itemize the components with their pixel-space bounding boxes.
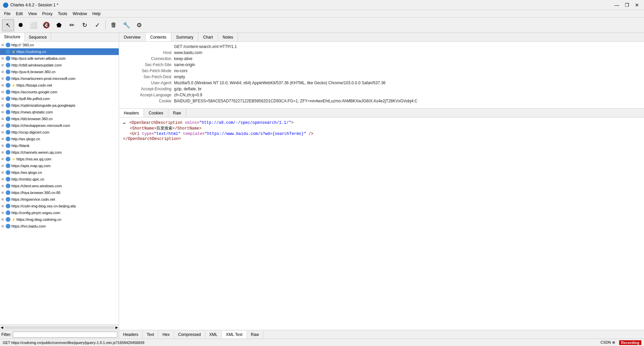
refresh-btn[interactable]: ↻ (78, 19, 91, 31)
subtab-headers[interactable]: Headers (119, 109, 144, 117)
close-button[interactable]: ✕ (633, 1, 641, 9)
list-item[interactable]: ⊞https://channels.weixin.qq.com (0, 149, 119, 156)
scroll-track[interactable] (5, 326, 114, 329)
list-item[interactable]: ⊞⚡https://img-blog.csdnimg.cn (0, 216, 119, 223)
list-item[interactable]: ⊞https://dd.browser.360.cn (0, 115, 119, 122)
status-icon (6, 210, 10, 215)
list-item[interactable]: ⊞https://imgservice.csdn.net (0, 196, 119, 203)
expand-icon: ⊞ (1, 164, 5, 167)
expand-icon: ⊞ (1, 151, 5, 154)
list-item[interactable]: ⊞https://accounts.google.com (0, 89, 119, 95)
list-item[interactable]: ⊞http://ctldl.windowsupdate.com (0, 62, 119, 68)
tab-overview[interactable]: Overview (119, 33, 146, 41)
list-item[interactable]: ⊞https://client.wns.windows.com (0, 183, 119, 189)
menu-item-window[interactable]: Window (70, 11, 90, 17)
tab-chart[interactable]: Chart (198, 33, 218, 41)
url-text: https://csdn-img-blog.oss-cn-beijing.ali… (11, 204, 76, 208)
menu-item-view[interactable]: View (25, 11, 40, 17)
status-icon (6, 96, 10, 101)
list-item[interactable]: ⊞https://hm.baidu.com (0, 223, 119, 230)
list-item[interactable]: ⊞http://pdf-file.pdfxd.com (0, 95, 119, 102)
list-item[interactable]: ⊞https://news.qhstatic.com (0, 109, 119, 115)
list-item[interactable]: ⊞https://csdn-img-blog.oss-cn-beijing.al… (0, 203, 119, 209)
clear-btn[interactable]: ⬜ (28, 19, 40, 31)
throttle-btn[interactable]: 🔇 (40, 19, 52, 31)
status-icon (6, 123, 10, 128)
url-list[interactable]: ⊞http://⁻360.cn⊞⚡https://csdnimg.cn⊞http… (0, 42, 119, 325)
menu-item-tools[interactable]: Tools (55, 11, 70, 17)
list-item[interactable]: ⊞http://puv.tt.browser.360.cn (0, 68, 119, 75)
bottomtab-text[interactable]: Text (143, 331, 158, 338)
list-item[interactable]: ⊞https://optimizationguide-pa.googleapis (0, 102, 119, 109)
bottomtab-xml[interactable]: XML (205, 331, 222, 338)
menu-item-file[interactable]: File (1, 11, 13, 17)
expand-icon: ⊞ (1, 157, 5, 161)
main-area: Structure Sequence ⊞http://⁻360.cn⊞⚡http… (0, 33, 644, 339)
horizontal-scrollbar[interactable]: ◀ ▶ (0, 325, 119, 330)
xml-line-3: <Url type="text/html" template="https://… (123, 132, 640, 136)
tab-structure[interactable]: Structure (0, 33, 25, 42)
list-item[interactable]: ⊞http://pcs-sdk-server.alibaba.com (0, 55, 119, 62)
tab-notes[interactable]: Notes (218, 33, 238, 41)
xml-area: ▬ <OpenSearchDescription xmlns="http://a… (119, 117, 644, 330)
list-item[interactable]: ⊞⚡https://res.wx.qq.com (0, 156, 119, 162)
menu-item-edit[interactable]: Edit (13, 11, 25, 17)
scroll-left-btn[interactable]: ◀ (1, 326, 3, 329)
trash-btn[interactable]: 🗑 (108, 19, 120, 31)
url-text: http://pdf-file.pdfxd.com (11, 97, 50, 101)
lightning-icon: ⚡ (11, 157, 15, 161)
check-btn[interactable]: ✓ (91, 19, 103, 31)
url-text: https://channels.weixin.qq.com (11, 150, 62, 154)
bottomtab-headers[interactable]: Headers (119, 331, 143, 338)
list-item[interactable]: ⊞http://⁻360.cn (0, 42, 119, 48)
bottomtab-raw[interactable]: Raw (247, 331, 263, 338)
list-item[interactable]: ⊞https://apis.map.qq.com (0, 162, 119, 169)
list-item[interactable]: ⊞http://blank (0, 142, 119, 149)
url-text: https://smartscreen-prod.microsoft.com (11, 77, 75, 81)
status-icon (6, 130, 10, 135)
bottomtab-xml-text[interactable]: XML Text (222, 331, 247, 338)
right-panel: Overview Contents Summary Chart Notes GE… (119, 33, 644, 339)
collapse-btn[interactable]: ▬ (123, 120, 125, 125)
pen-btn[interactable]: ✏ (66, 19, 78, 31)
expand-icon: ⊞ (1, 77, 5, 80)
tab-sequence[interactable]: Sequence (25, 33, 51, 41)
settings-btn[interactable]: ⚙ (133, 19, 145, 31)
expand-icon: ⊞ (1, 70, 5, 73)
list-item[interactable]: ⊞https://wx.qlogo.cn (0, 169, 119, 176)
list-item[interactable]: ⊞http://config.pinyin.sogou.com (0, 209, 119, 216)
bottom-tabs: Headers Text Hex Compressed XML XML Text… (119, 330, 644, 339)
menu-item-proxy[interactable]: Proxy (40, 11, 55, 17)
url-text: https://img-blog.csdnimg.cn (16, 217, 61, 221)
minimize-button[interactable]: — (612, 1, 621, 9)
xml-line-1: ▬ <OpenSearchDescription xmlns="http://a… (123, 120, 640, 125)
tab-contents[interactable]: Contents (146, 33, 171, 41)
menu-item-help[interactable]: Help (90, 11, 103, 17)
list-item[interactable]: ⊞http://mmbiz.qpic.cn (0, 176, 119, 183)
list-item[interactable]: ⊞https://hiya.browser.360.cn:80 (0, 189, 119, 196)
list-item[interactable]: ⊞⚡https://csdnimg.cn (0, 48, 119, 55)
record-btn[interactable]: ⏺ (15, 19, 27, 31)
status-url: GET https://csdnimg.cn/public/common/lib… (3, 341, 144, 345)
tab-summary[interactable]: Summary (171, 33, 198, 41)
list-item[interactable]: ⊞⚡https://bizapi.csdn.net (0, 82, 119, 89)
select-tool[interactable]: ↖ (2, 19, 14, 31)
subtab-cookies[interactable]: Cookies (144, 109, 168, 117)
status-icon (6, 197, 10, 202)
status-icon (6, 116, 10, 121)
url-text: http://ocsp.digicert.com (11, 130, 49, 134)
tools-btn[interactable]: 🔧 (120, 19, 132, 31)
left-panel: Structure Sequence ⊞http://⁻360.cn⊞⚡http… (0, 33, 119, 339)
list-item[interactable]: ⊞http://wx.qlogo.cn (0, 136, 119, 142)
maximize-button[interactable]: ❐ (623, 1, 631, 9)
url-text: https://imgservice.csdn.net (11, 197, 55, 201)
bottomtab-compressed[interactable]: Compressed (174, 331, 205, 338)
subtab-raw[interactable]: Raw (168, 109, 186, 117)
bottomtab-hex[interactable]: Hex (158, 331, 174, 338)
scroll-right-btn[interactable]: ▶ (115, 326, 118, 329)
list-item[interactable]: ⊞https://checkappexec.microsoft.com (0, 122, 119, 129)
list-item[interactable]: ⊞https://smartscreen-prod.microsoft.com (0, 75, 119, 82)
breakpoint-btn[interactable]: ⬟ (53, 19, 65, 31)
filter-input[interactable] (13, 332, 117, 338)
list-item[interactable]: ⊞http://ocsp.digicert.com (0, 129, 119, 136)
